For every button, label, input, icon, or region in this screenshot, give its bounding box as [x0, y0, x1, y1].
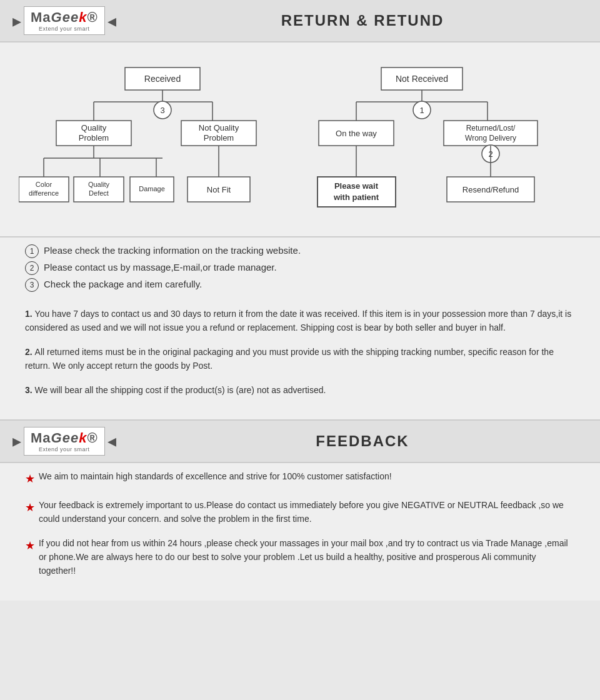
svg-text:difference: difference — [29, 189, 59, 197]
list-item-1: 1. You have 7 days to contact us and 30 … — [25, 307, 575, 335]
return-header: ▸ MaGeek® Extend your smart ◂ RETURN & R… — [0, 0, 600, 42]
feedback-arrow-right-icon: ◂ — [108, 431, 116, 451]
svg-text:Quality: Quality — [88, 181, 110, 188]
svg-text:with patient: with patient — [333, 192, 379, 202]
list-section: 1. You have 7 days to contact us and 30 … — [0, 301, 600, 419]
svg-text:Defect: Defect — [89, 189, 109, 197]
svg-text:Resend/Refund: Resend/Refund — [462, 185, 519, 194]
svg-text:Not  Received: Not Received — [396, 74, 448, 84]
svg-text:1: 1 — [419, 106, 424, 115]
flowchart-svg: Received 3 Quality Problem Not Quality P… — [19, 55, 581, 230]
svg-text:On the way: On the way — [336, 129, 377, 138]
feedback-text-1: We aim to maintain high standards of exc… — [39, 469, 392, 483]
list-text-3: We will bear all the shipping cost if th… — [35, 385, 326, 395]
feedback-logo-area: ▸ MaGeek® Extend your smart ◂ — [12, 427, 138, 456]
svg-text:Quality: Quality — [81, 123, 107, 132]
star-icon-1: ★ — [25, 470, 35, 488]
svg-text:Problem: Problem — [79, 133, 109, 142]
feedback-logo-box: MaGeek® Extend your smart — [24, 427, 105, 456]
star-icon-2: ★ — [25, 499, 35, 517]
note-circle-3: 3 — [25, 278, 39, 292]
svg-text:Not Fit: Not Fit — [207, 185, 231, 194]
note-text-3: Check the package and item carefully. — [44, 278, 202, 292]
svg-text:Received: Received — [144, 74, 181, 84]
note-circle-1: 1 — [25, 244, 39, 258]
note-item-2: 2 Please contact us by massage,E-mail,or… — [25, 261, 575, 275]
list-number-1: 1. — [25, 309, 35, 319]
logo-box: MaGeek® Extend your smart — [24, 6, 105, 35]
note-item-1: 1 Please check the tracking information … — [25, 244, 575, 258]
list-item-2: 2. All returned items must be in the ori… — [25, 345, 575, 373]
return-title: RETURN & RETUND — [138, 12, 588, 29]
svg-text:Color: Color — [36, 181, 52, 188]
feedback-logo-subtitle: Extend your smart — [39, 446, 90, 452]
list-text-1: You have 7 days to contact us and 30 day… — [25, 309, 571, 332]
feedback-arrow-left-icon: ▸ — [12, 431, 21, 451]
svg-text:Damage: Damage — [139, 185, 165, 192]
svg-text:Please wait: Please wait — [334, 181, 379, 191]
list-item-3: 3. We will bear all the shipping cost if… — [25, 383, 575, 397]
svg-text:Wrong Delivery: Wrong Delivery — [465, 134, 516, 142]
note-item-3: 3 Check the package and item carefully. — [25, 278, 575, 292]
logo-brand: MaGeek® — [31, 9, 98, 26]
feedback-item-2: ★ Your feedback is extremely important t… — [25, 498, 575, 526]
logo-area: ▸ MaGeek® Extend your smart ◂ — [12, 6, 138, 35]
feedback-item-3: ★ If you did not hear from us within 24 … — [25, 536, 575, 578]
feedback-text-3: If you did not hear from us within 24 ho… — [39, 536, 575, 578]
feedback-logo-brand: MaGeek® — [31, 430, 98, 446]
flowchart-section: Received 3 Quality Problem Not Quality P… — [0, 42, 600, 236]
note-text-1: Please check the tracking information on… — [44, 244, 301, 258]
svg-text:3: 3 — [160, 106, 164, 115]
logo-subtitle: Extend your smart — [39, 26, 90, 32]
notes-section: 1 Please check the tracking information … — [0, 238, 600, 301]
svg-text:Problem: Problem — [204, 133, 234, 142]
note-circle-2: 2 — [25, 261, 39, 275]
list-number-2: 2. — [25, 347, 35, 357]
svg-text:Returned/Lost/: Returned/Lost/ — [466, 124, 516, 132]
svg-text:Not Quality: Not Quality — [199, 123, 239, 132]
arrow-right-icon: ◂ — [108, 11, 116, 31]
feedback-section: ★ We aim to maintain high standards of e… — [0, 463, 600, 601]
feedback-title: FEEDBACK — [138, 432, 588, 450]
page: ▸ MaGeek® Extend your smart ◂ RETURN & R… — [0, 0, 600, 601]
arrow-left-icon: ▸ — [12, 11, 21, 31]
feedback-text-2: Your feedback is extremely important to … — [39, 498, 575, 526]
list-number-3: 3. — [25, 385, 35, 395]
feedback-header: ▸ MaGeek® Extend your smart ◂ FEEDBACK — [0, 421, 600, 463]
feedback-item-1: ★ We aim to maintain high standards of e… — [25, 469, 575, 488]
list-text-2: All returned items must be in the origin… — [25, 347, 554, 371]
note-text-2: Please contact us by massage,E-mail,or t… — [44, 261, 277, 275]
star-icon-3: ★ — [25, 537, 35, 555]
